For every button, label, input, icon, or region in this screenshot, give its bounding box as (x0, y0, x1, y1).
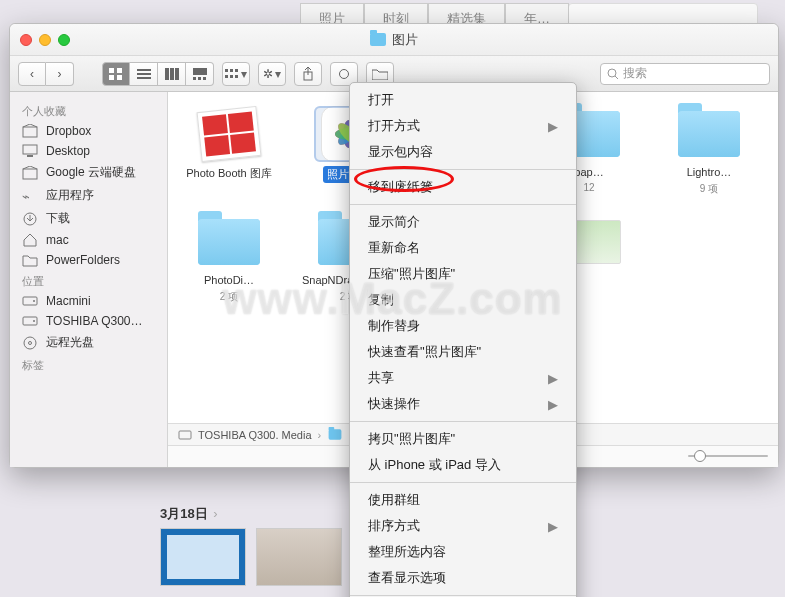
icon-view-button[interactable] (102, 62, 130, 86)
svg-rect-12 (198, 77, 201, 80)
columns-icon (165, 68, 179, 80)
sidebar-item[interactable]: TOSHIBA Q300… (10, 311, 167, 331)
svg-rect-13 (203, 77, 206, 80)
arrange-button[interactable]: ▾ (222, 62, 250, 86)
svg-rect-3 (117, 75, 122, 80)
menu-item-label: 从 iPhone 或 iPad 导入 (368, 456, 501, 474)
menu-item[interactable]: 拷贝"照片图库" (350, 426, 576, 452)
svg-rect-0 (109, 68, 114, 73)
titlebar[interactable]: 图片 (10, 24, 778, 56)
sidebar-header: 位置 (10, 270, 167, 291)
menu-item-label: 压缩"照片图库" (368, 265, 455, 283)
svg-rect-10 (193, 68, 207, 75)
forward-button[interactable]: › (46, 62, 74, 86)
zoom-button[interactable] (58, 34, 70, 46)
action-button[interactable]: ✲▾ (258, 62, 286, 86)
back-button[interactable]: ‹ (18, 62, 46, 86)
menu-item[interactable]: 从 iPhone 或 iPad 导入 (350, 452, 576, 478)
menu-item[interactable]: 查看显示选项 (350, 565, 576, 591)
context-menu: 打开打开方式▶显示包内容移到废纸篓显示简介重新命名压缩"照片图库"复制制作替身快… (349, 82, 577, 597)
menu-item[interactable]: 共享▶ (350, 365, 576, 391)
menu-item[interactable]: 显示简介 (350, 209, 576, 235)
file-thumb (194, 214, 264, 270)
sidebar-item[interactable]: mac (10, 230, 167, 250)
svg-rect-2 (109, 75, 114, 80)
menu-item[interactable]: 使用群组 (350, 487, 576, 513)
list-view-button[interactable] (130, 62, 158, 86)
menu-separator (350, 204, 576, 205)
sidebar-item[interactable]: 远程光盘 (10, 331, 167, 354)
sidebar-item[interactable]: 下载 (10, 207, 167, 230)
bg-photo-thumb[interactable] (256, 528, 342, 586)
sidebar-item[interactable]: Google 云端硬盘 (10, 161, 167, 184)
menu-item-label: 快速查看"照片图库" (368, 343, 481, 361)
folder-icon (22, 253, 38, 267)
menu-item[interactable]: 整理所选内容 (350, 539, 576, 565)
menu-item[interactable]: 制作替身 (350, 313, 576, 339)
menu-item-label: 复制 (368, 291, 394, 309)
folder-icon (370, 33, 386, 46)
menu-item[interactable]: 移到废纸篓 (350, 174, 576, 200)
menu-item-label: 整理所选内容 (368, 543, 446, 561)
download-icon (22, 212, 38, 226)
minimize-button[interactable] (39, 34, 51, 46)
svg-text:⌁: ⌁ (22, 189, 30, 203)
close-button[interactable] (20, 34, 32, 46)
svg-point-34 (29, 341, 32, 344)
sidebar-item[interactable]: PowerFolders (10, 250, 167, 270)
gallery-view-button[interactable] (186, 62, 214, 86)
menu-item-label: 显示包内容 (368, 143, 433, 161)
sidebar-item[interactable]: Macmini (10, 291, 167, 311)
menu-item[interactable]: 打开方式▶ (350, 113, 576, 139)
view-buttons (102, 62, 214, 86)
chevron-right-icon: › (318, 429, 322, 441)
menu-item[interactable]: 快速操作▶ (350, 391, 576, 417)
box-icon (22, 166, 38, 180)
bg-date-header: 3月18日 › (160, 505, 218, 523)
menu-item[interactable]: 排序方式▶ (350, 513, 576, 539)
file-item[interactable]: Photo Booth 图库 (178, 106, 280, 196)
menu-item[interactable]: 显示包内容 (350, 139, 576, 165)
window-title: 图片 (392, 31, 418, 49)
file-subtitle: 2 项 (220, 290, 238, 304)
gallery-icon (193, 68, 207, 80)
menu-item-label: 拷贝"照片图库" (368, 430, 455, 448)
file-thumb (674, 106, 744, 162)
column-view-button[interactable] (158, 62, 186, 86)
svg-rect-17 (225, 75, 228, 78)
sidebar-item-label: 远程光盘 (46, 334, 94, 351)
tag-icon (339, 69, 349, 79)
menu-item-label: 快速操作 (368, 395, 420, 413)
sidebar-item[interactable]: Dropbox (10, 121, 167, 141)
file-subtitle: 12 (583, 182, 594, 193)
bg-photo-thumb[interactable] (160, 528, 246, 586)
sidebar-item-label: PowerFolders (46, 253, 120, 267)
menu-item-label: 显示简介 (368, 213, 420, 231)
share-button[interactable] (294, 62, 322, 86)
svg-rect-14 (225, 69, 228, 72)
sidebar-item[interactable]: ⌁应用程序 (10, 184, 167, 207)
grid-icon (109, 68, 123, 80)
svg-rect-6 (137, 77, 151, 79)
svg-rect-23 (23, 127, 37, 137)
search-input[interactable]: 搜索 (600, 63, 770, 85)
menu-item[interactable]: 压缩"照片图库" (350, 261, 576, 287)
menu-item[interactable]: 快速查看"照片图库" (350, 339, 576, 365)
menu-item-label: 制作替身 (368, 317, 420, 335)
file-thumb (194, 106, 264, 162)
folder-icon (329, 429, 342, 439)
file-item[interactable]: PhotoDi…2 项 (178, 214, 280, 304)
zoom-slider[interactable] (688, 451, 768, 461)
menu-item-label: 查看显示选项 (368, 569, 446, 587)
file-subtitle: 9 项 (700, 182, 718, 196)
menu-item[interactable]: 重新命名 (350, 235, 576, 261)
desktop-icon (22, 144, 38, 158)
folder-icon (372, 68, 388, 80)
sidebar-item[interactable]: Desktop (10, 141, 167, 161)
file-item[interactable]: Lightro…9 项 (658, 106, 760, 196)
sidebar-item-label: 应用程序 (46, 187, 94, 204)
drive-icon (22, 314, 38, 328)
menu-item[interactable]: 复制 (350, 287, 576, 313)
menu-item[interactable]: 打开 (350, 87, 576, 113)
svg-rect-8 (170, 68, 174, 80)
